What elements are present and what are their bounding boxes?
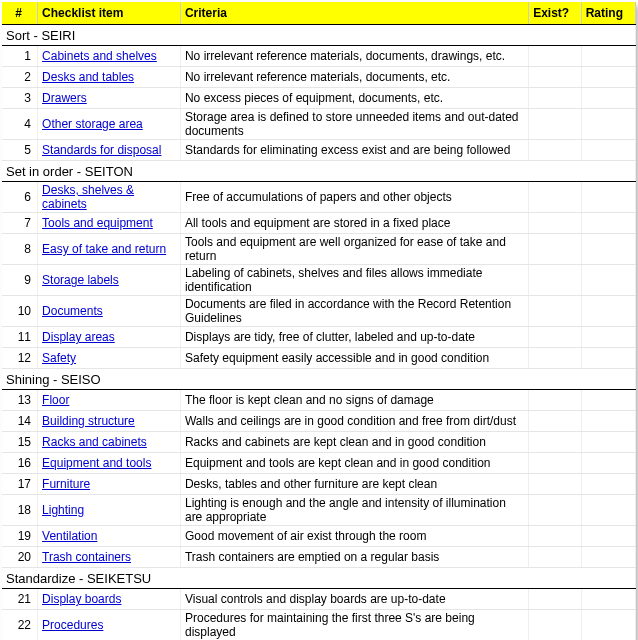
checklist-item-link[interactable]: Floor — [42, 393, 69, 407]
exist-cell[interactable] — [529, 46, 581, 67]
row-number: 2 — [2, 67, 38, 88]
exist-cell[interactable] — [529, 348, 581, 369]
criteria-cell: Free of accumulations of papers and othe… — [180, 182, 528, 213]
checklist-item-link[interactable]: Desks, shelves & cabinets — [42, 183, 134, 211]
table-row: 7Tools and equipmentAll tools and equipm… — [2, 213, 636, 234]
exist-cell[interactable] — [529, 213, 581, 234]
rating-cell[interactable] — [581, 526, 635, 547]
table-row: 3DrawersNo excess pieces of equipment, d… — [2, 88, 636, 109]
checklist-item-link[interactable]: Lighting — [42, 503, 84, 517]
exist-cell[interactable] — [529, 610, 581, 641]
header-criteria: Criteria — [180, 2, 528, 25]
rating-cell[interactable] — [581, 182, 635, 213]
criteria-cell: Labeling of cabinets, shelves and files … — [180, 265, 528, 296]
rating-cell[interactable] — [581, 348, 635, 369]
checklist-item-cell: Equipment and tools — [38, 453, 181, 474]
rating-cell[interactable] — [581, 453, 635, 474]
checklist-item-link[interactable]: Standards for disposal — [42, 143, 161, 157]
criteria-cell: Trash containers are emptied on a regula… — [180, 547, 528, 568]
exist-cell[interactable] — [529, 526, 581, 547]
criteria-cell: Equipment and tools are kept clean and i… — [180, 453, 528, 474]
rating-cell[interactable] — [581, 495, 635, 526]
checklist-item-link[interactable]: Ventilation — [42, 529, 97, 543]
row-number: 5 — [2, 140, 38, 161]
row-number: 10 — [2, 296, 38, 327]
row-number: 16 — [2, 453, 38, 474]
criteria-cell: Safety equipment easily accessible and i… — [180, 348, 528, 369]
exist-cell[interactable] — [529, 432, 581, 453]
checklist-item-link[interactable]: Safety — [42, 351, 76, 365]
rating-cell[interactable] — [581, 411, 635, 432]
exist-cell[interactable] — [529, 296, 581, 327]
checklist-item-link[interactable]: Drawers — [42, 91, 87, 105]
row-number: 18 — [2, 495, 38, 526]
checklist-item-link[interactable]: Display areas — [42, 330, 115, 344]
checklist-item-link[interactable]: Documents — [42, 304, 103, 318]
rating-cell[interactable] — [581, 610, 635, 641]
row-number: 4 — [2, 109, 38, 140]
criteria-cell: Procedures for maintaining the first thr… — [180, 610, 528, 641]
rating-cell[interactable] — [581, 432, 635, 453]
section-header: Shining - SEISO — [2, 369, 636, 390]
checklist-item-link[interactable]: Trash containers — [42, 550, 131, 564]
checklist-item-cell: Standards for disposal — [38, 140, 181, 161]
checklist-item-link[interactable]: Desks and tables — [42, 70, 134, 84]
checklist-table: # Checklist item Criteria Exist? Rating … — [2, 2, 636, 640]
checklist-item-link[interactable]: Equipment and tools — [42, 456, 151, 470]
exist-cell[interactable] — [529, 547, 581, 568]
row-number: 22 — [2, 610, 38, 641]
checklist-item-link[interactable]: Storage labels — [42, 273, 119, 287]
header-num: # — [2, 2, 38, 25]
exist-cell[interactable] — [529, 67, 581, 88]
checklist-item-cell: Ventilation — [38, 526, 181, 547]
exist-cell[interactable] — [529, 495, 581, 526]
rating-cell[interactable] — [581, 109, 635, 140]
checklist-item-link[interactable]: Building structure — [42, 414, 135, 428]
checklist-item-cell: Safety — [38, 348, 181, 369]
row-number: 13 — [2, 390, 38, 411]
checklist-item-link[interactable]: Display boards — [42, 592, 121, 606]
section-header: Sort - SEIRI — [2, 25, 636, 46]
rating-cell[interactable] — [581, 296, 635, 327]
exist-cell[interactable] — [529, 88, 581, 109]
rating-cell[interactable] — [581, 327, 635, 348]
exist-cell[interactable] — [529, 474, 581, 495]
checklist-item-link[interactable]: Procedures — [42, 618, 103, 632]
checklist-item-link[interactable]: Cabinets and shelves — [42, 49, 157, 63]
checklist-item-link[interactable]: Furniture — [42, 477, 90, 491]
table-row: 16Equipment and toolsEquipment and tools… — [2, 453, 636, 474]
rating-cell[interactable] — [581, 67, 635, 88]
table-row: 20Trash containersTrash containers are e… — [2, 547, 636, 568]
exist-cell[interactable] — [529, 390, 581, 411]
rating-cell[interactable] — [581, 547, 635, 568]
row-number: 11 — [2, 327, 38, 348]
rating-cell[interactable] — [581, 390, 635, 411]
checklist-item-cell: Procedures — [38, 610, 181, 641]
checklist-item-link[interactable]: Easy of take and return — [42, 242, 166, 256]
criteria-cell: All tools and equipment are stored in a … — [180, 213, 528, 234]
rating-cell[interactable] — [581, 265, 635, 296]
checklist-item-link[interactable]: Tools and equipment — [42, 216, 153, 230]
rating-cell[interactable] — [581, 46, 635, 67]
exist-cell[interactable] — [529, 327, 581, 348]
criteria-cell: Standards for eliminating excess exist a… — [180, 140, 528, 161]
rating-cell[interactable] — [581, 474, 635, 495]
rating-cell[interactable] — [581, 140, 635, 161]
criteria-cell: Tools and equipment are well organized f… — [180, 234, 528, 265]
exist-cell[interactable] — [529, 234, 581, 265]
rating-cell[interactable] — [581, 589, 635, 610]
exist-cell[interactable] — [529, 265, 581, 296]
exist-cell[interactable] — [529, 589, 581, 610]
exist-cell[interactable] — [529, 182, 581, 213]
exist-cell[interactable] — [529, 109, 581, 140]
rating-cell[interactable] — [581, 234, 635, 265]
exist-cell[interactable] — [529, 453, 581, 474]
table-row: 12SafetySafety equipment easily accessib… — [2, 348, 636, 369]
row-number: 17 — [2, 474, 38, 495]
exist-cell[interactable] — [529, 140, 581, 161]
rating-cell[interactable] — [581, 88, 635, 109]
checklist-item-link[interactable]: Racks and cabinets — [42, 435, 147, 449]
exist-cell[interactable] — [529, 411, 581, 432]
rating-cell[interactable] — [581, 213, 635, 234]
checklist-item-link[interactable]: Other storage area — [42, 117, 143, 131]
